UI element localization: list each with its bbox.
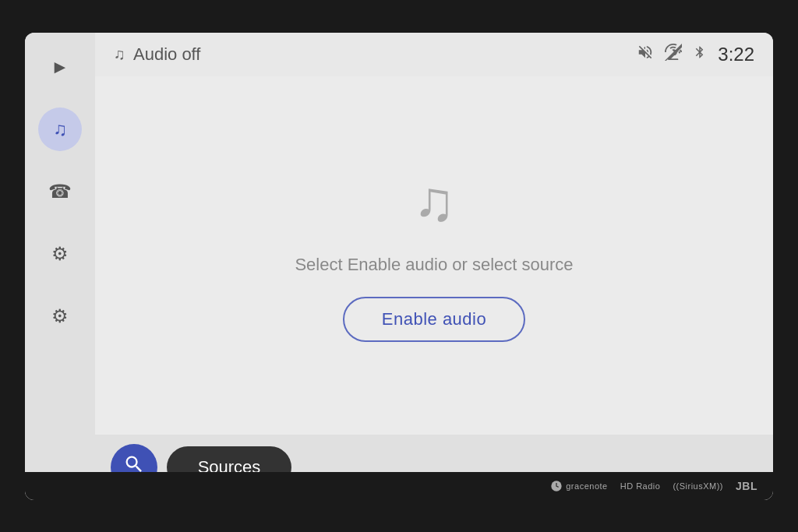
header-right: 3:22 (637, 44, 754, 65)
audio-main-content: ♫ Select Enable audio or select source E… (95, 76, 773, 435)
sidebar-item-settings[interactable]: ⚙ (38, 294, 82, 338)
header: ♫ Audio off 3:22 (95, 33, 773, 76)
prompt-text: Select Enable audio or select source (295, 255, 573, 275)
audio-status-title: Audio off (133, 44, 200, 65)
sidebar-item-phone[interactable]: ☎ (38, 170, 82, 213)
sidebar-item-music[interactable]: ♫ (38, 107, 82, 151)
sidebar-item-car[interactable]: ⚙ (38, 232, 82, 276)
hd-radio-logo: HD Radio (620, 481, 661, 491)
jbl-logo: JBL (736, 480, 757, 492)
content-area: ♫ Audio off 3:22 (95, 33, 773, 500)
car-icon: ⚙ (51, 243, 69, 265)
bluetooth-icon (693, 44, 707, 65)
footer-logos: gracenote HD Radio ((SiriusXM)) JBL (25, 472, 773, 500)
sidebar-item-navigation[interactable]: ► (38, 45, 82, 89)
music-icon: ♫ (53, 118, 67, 140)
enable-audio-button[interactable]: Enable audio (343, 297, 525, 342)
navigation-icon: ► (51, 56, 69, 78)
sidebar: ► ♫ ☎ ⚙ ⚙ (25, 33, 95, 500)
clock: 3:22 (718, 44, 754, 65)
header-left: ♫ Audio off (114, 44, 200, 65)
large-music-icon: ♫ (413, 169, 455, 233)
wifi-off-icon (665, 44, 682, 65)
settings-icon: ⚙ (51, 305, 69, 327)
mute-icon (637, 44, 654, 65)
siriusxm-logo: ((SiriusXM)) (673, 481, 723, 491)
audio-note-icon: ♫ (114, 45, 125, 63)
phone-icon: ☎ (48, 181, 72, 203)
gracenote-logo: gracenote (550, 480, 607, 492)
main-area: ► ♫ ☎ ⚙ ⚙ ♫ Audio off (25, 33, 773, 500)
car-audio-screen: ► ♫ ☎ ⚙ ⚙ ♫ Audio off (25, 33, 773, 500)
